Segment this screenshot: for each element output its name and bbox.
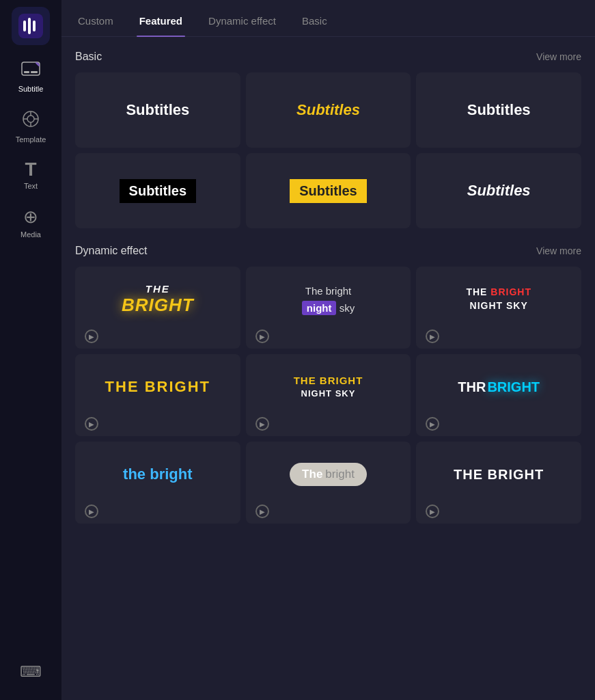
dyn-1-content: THE BRIGHT [122,283,194,316]
dynamic-section-header: Dynamic effect View more [75,245,581,257]
basic-card-6[interactable]: Subtitles [416,153,581,228]
media-icon: ⊕ [23,206,38,228]
svg-rect-1 [23,21,26,31]
dyn-3-content: THE BRIGHT NIGHT SKY [466,286,531,312]
dyn-6-play-icon[interactable]: ▶ [426,417,439,431]
subtitle-icon [21,62,40,82]
dyn-card-3[interactable]: THE BRIGHT NIGHT SKY ▶ [416,267,581,349]
media-label: Media [20,230,41,239]
sidebar-item-media[interactable]: ⊕ Media [3,201,58,244]
dyn-6-thr: THR [458,379,486,395]
text-label: Text [24,182,38,190]
main-panel: Custom Featured Dynamic effect Basic Bas… [61,0,595,700]
basic-card-4-text: Subtitles [120,179,196,203]
dyn-3-play-icon[interactable]: ▶ [426,329,439,343]
sidebar-item-text[interactable]: T Text [3,154,58,196]
tab-dynamic-effect[interactable]: Dynamic effect [206,8,279,36]
dyn-card-8[interactable]: The bright ▶ [246,442,411,524]
basic-section-header: Basic View more [75,51,581,63]
basic-section-title: Basic [75,51,102,63]
dyn-card-1[interactable]: THE BRIGHT ▶ [75,267,240,349]
basic-card-4[interactable]: Subtitles [75,153,240,228]
template-icon [21,109,40,133]
dyn-1-bright: BRIGHT [122,295,194,316]
sidebar-item-subtitle[interactable]: Subtitle [3,56,58,98]
dyn-7-text: the bright [123,466,192,483]
dyn-2-highlight: night [302,301,337,315]
dynamic-section-title: Dynamic effect [75,245,148,257]
sidebar-item-template[interactable]: Template [3,104,58,149]
basic-card-3-text: Subtitles [467,101,531,119]
dyn-8-pill: The bright [290,463,367,486]
basic-card-6-text: Subtitles [467,182,531,200]
dyn-2-content: The bright night sky [302,284,355,315]
basic-card-1[interactable]: Subtitles [75,72,240,148]
content-area: Basic View more Subtitles Subtitles Subt… [61,37,595,700]
dyn-7-content: the bright [123,466,192,483]
dyn-2-line1: The bright [302,284,355,298]
basic-view-more[interactable]: View more [536,51,581,62]
tab-featured[interactable]: Featured [137,8,185,36]
dyn-3-line2: NIGHT SKY [466,299,531,313]
dyn-4-content: THE BRIGHT [105,378,210,396]
dyn-5-line1: THE BRIGHT [294,373,363,388]
sidebar-item-keyboard[interactable]: ⌨ [3,658,58,686]
dyn-8-the: The [302,468,322,481]
dyn-3-bright-red: BRIGHT [490,286,531,297]
dynamic-view-more[interactable]: View more [536,245,581,256]
basic-card-5-text: Subtitles [290,179,366,203]
basic-card-1-text: Subtitles [126,101,189,119]
dyn-6-bright: BRIGHT [487,379,540,395]
dyn-6-content: THR BRIGHT [458,379,540,395]
template-label: Template [16,135,46,144]
basic-card-2[interactable]: Subtitles [246,72,411,148]
svg-rect-6 [31,71,38,73]
subtitle-label: Subtitle [18,85,44,93]
dyn-5-play-icon[interactable]: ▶ [255,417,269,431]
svg-rect-3 [33,21,36,31]
app-logo[interactable] [12,7,50,45]
dyn-card-4[interactable]: THE BRIGHT ▶ [75,354,240,436]
basic-card-5[interactable]: Subtitles [246,153,411,228]
dyn-4-play-icon[interactable]: ▶ [85,417,98,431]
dyn-9-content: THE BRIGHT [454,467,544,483]
svg-rect-5 [24,71,29,73]
dyn-2-rest: sky [340,302,355,314]
dyn-8-content: The bright [290,463,367,486]
basic-card-3[interactable]: Subtitles [416,72,581,148]
svg-point-8 [27,116,34,122]
tab-basic[interactable]: Basic [299,8,330,36]
dyn-card-9[interactable]: THE BRIGHT ▶ [416,442,581,524]
text-icon: T [25,160,36,179]
dyn-2-line2: night sky [302,301,355,315]
dynamic-grid: THE BRIGHT ▶ The bright night sky ▶ [75,267,581,524]
dyn-5-line2: NIGHT SKY [294,388,363,400]
dyn-card-5[interactable]: THE BRIGHT NIGHT SKY ▶ [246,354,411,436]
dyn-8-play-icon[interactable]: ▶ [255,504,269,518]
basic-card-2-text: Subtitles [296,101,360,119]
dyn-card-6[interactable]: THR BRIGHT ▶ [416,354,581,436]
sidebar: Subtitle Template T Text ⊕ Media ⌨ [0,0,61,700]
tab-custom[interactable]: Custom [75,8,116,36]
basic-grid: Subtitles Subtitles Subtitles Subtitles … [75,72,581,228]
dyn-9-play-icon[interactable]: ▶ [426,504,439,518]
dyn-3-line1: THE BRIGHT [466,286,531,299]
dyn-1-the: THE [122,283,194,295]
dyn-2-play-icon[interactable]: ▶ [255,329,269,343]
dyn-7-play-icon[interactable]: ▶ [85,504,98,518]
dyn-8-bright: bright [325,468,355,481]
dyn-card-7[interactable]: the bright ▶ [75,442,240,524]
svg-rect-2 [28,18,31,34]
dyn-9-text: THE BRIGHT [454,467,544,483]
keyboard-icon: ⌨ [20,663,42,681]
dyn-5-content: THE BRIGHT NIGHT SKY [294,373,363,400]
dyn-card-2[interactable]: The bright night sky ▶ [246,267,411,349]
tab-bar: Custom Featured Dynamic effect Basic [61,0,595,37]
dyn-4-text: THE BRIGHT [105,378,210,396]
dyn-1-play-icon[interactable]: ▶ [85,329,98,343]
